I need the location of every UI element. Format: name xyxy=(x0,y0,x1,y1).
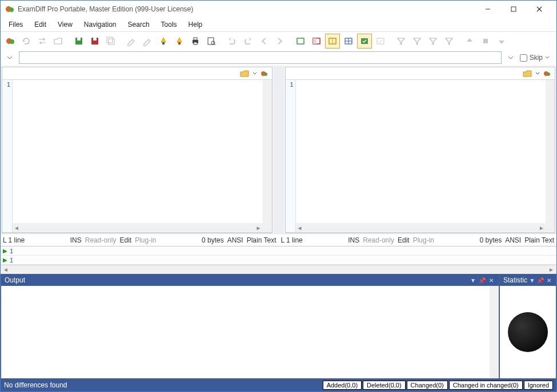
status-bytes: 0 bytes xyxy=(202,236,224,244)
skip-label: Skip xyxy=(530,54,543,62)
view-grid-icon[interactable] xyxy=(341,34,356,49)
up-icon[interactable] xyxy=(462,34,477,49)
status-edit[interactable]: Edit xyxy=(398,236,410,244)
view-sync-icon[interactable] xyxy=(357,34,372,49)
line-number: 1 xyxy=(286,81,294,88)
diff-line[interactable]: ▶1 xyxy=(1,256,556,265)
left-content[interactable]: ◄► xyxy=(13,80,263,232)
close-button[interactable] xyxy=(526,1,552,18)
redo-icon[interactable] xyxy=(241,34,255,49)
down-icon[interactable] xyxy=(494,34,509,49)
right-vscroll[interactable] xyxy=(546,80,555,232)
menu-files[interactable]: Files xyxy=(4,19,27,30)
stop-icon[interactable] xyxy=(478,34,493,49)
left-pane-status: L 1 line INS Read-only Edit Plug-in 0 by… xyxy=(1,235,279,246)
compare-icon[interactable] xyxy=(261,70,269,78)
undo-icon[interactable] xyxy=(225,34,239,49)
minimize-button[interactable] xyxy=(475,1,500,18)
pin-icon[interactable]: 📌 xyxy=(478,276,486,284)
badge-ignored[interactable]: Ignored xyxy=(524,381,553,390)
filter3-icon[interactable] xyxy=(426,34,440,49)
status-line: L 1 line xyxy=(3,236,25,244)
window-title: ExamDiff Pro Portable, Master Edition (9… xyxy=(18,5,475,13)
menu-edit[interactable]: Edit xyxy=(30,19,51,30)
badge-changed-in-changed[interactable]: Changed in changed(0) xyxy=(449,381,523,390)
compare-icon[interactable] xyxy=(3,34,18,49)
preview-icon[interactable] xyxy=(204,34,219,49)
menu-search[interactable]: Search xyxy=(123,19,154,30)
save-all-icon[interactable] xyxy=(103,34,118,49)
save-right-icon[interactable] xyxy=(87,34,102,49)
view-single-icon[interactable] xyxy=(293,34,308,49)
right-content[interactable]: ◄► xyxy=(296,80,546,232)
maximize-button[interactable] xyxy=(500,1,526,18)
refresh-icon[interactable] xyxy=(19,34,34,49)
address-input[interactable] xyxy=(19,51,502,64)
edit-left-icon[interactable] xyxy=(124,34,139,49)
panel-close-icon[interactable]: ✕ xyxy=(487,276,495,284)
horizontal-scrollbar[interactable]: ◄► xyxy=(1,265,556,274)
diff-line[interactable]: ▶1 xyxy=(1,246,556,256)
chevron-down-icon[interactable] xyxy=(253,71,257,76)
left-pane-header xyxy=(2,67,272,80)
print-icon[interactable] xyxy=(188,34,203,49)
pin-icon[interactable]: 📌 xyxy=(537,276,544,284)
svg-rect-17 xyxy=(194,38,197,40)
filter1-icon[interactable] xyxy=(394,34,408,49)
left-gutter: 1 xyxy=(2,80,13,232)
skip-checkbox[interactable]: Skip xyxy=(520,54,553,62)
badge-changed[interactable]: Changed(0) xyxy=(407,381,448,390)
open-folder-icon[interactable] xyxy=(523,70,532,78)
menu-tools[interactable]: Tools xyxy=(157,19,182,30)
view-split-icon[interactable] xyxy=(325,34,340,49)
edit-right-icon[interactable] xyxy=(140,34,155,49)
right-pane-body: 1 ◄► xyxy=(286,80,555,233)
left-vscroll[interactable] xyxy=(263,80,272,232)
prev-diff-icon[interactable] xyxy=(257,34,271,49)
badge-deleted[interactable]: Deleted(0,0) xyxy=(363,381,406,390)
save-left-icon[interactable] xyxy=(71,34,86,49)
open-folder-icon[interactable] xyxy=(240,70,249,78)
svg-rect-11 xyxy=(93,38,97,41)
svg-line-21 xyxy=(214,44,215,45)
right-pane-status: L 1 line INS Read-only Edit Plug-in 0 by… xyxy=(279,235,557,246)
address-history-icon[interactable] xyxy=(505,52,516,63)
compare-panes: 1 ◄► 1 ◄► xyxy=(1,66,556,235)
skip-check-input[interactable] xyxy=(520,54,527,62)
svg-rect-3 xyxy=(511,7,516,11)
menu-help[interactable]: Help xyxy=(184,19,207,30)
status-edit[interactable]: Edit xyxy=(119,236,131,244)
status-line: L 1 line xyxy=(281,236,303,244)
next-diff-icon[interactable] xyxy=(273,34,287,49)
app-icon xyxy=(5,5,14,14)
panel-menu-icon[interactable]: ▼ xyxy=(528,276,536,284)
view-left-icon[interactable] xyxy=(309,34,324,49)
panel-menu-icon[interactable]: ▼ xyxy=(469,276,477,284)
diff-line-num: 1 xyxy=(10,257,13,264)
badge-added[interactable]: Added(0,0) xyxy=(323,381,362,390)
right-pane-header xyxy=(286,67,555,80)
output-vscroll[interactable] xyxy=(490,286,499,378)
svg-point-7 xyxy=(10,39,14,44)
svg-rect-22 xyxy=(297,38,304,44)
check-icon[interactable] xyxy=(373,34,388,49)
compare-icon[interactable] xyxy=(543,70,551,78)
right-hscroll[interactable]: ◄► xyxy=(296,223,546,232)
left-hscroll[interactable]: ◄► xyxy=(13,223,263,232)
filter2-icon[interactable] xyxy=(410,34,424,49)
menu-navigation[interactable]: Navigation xyxy=(79,19,121,30)
status-type: Plain Text xyxy=(524,236,554,244)
output-body[interactable] xyxy=(1,286,499,378)
filter4-icon[interactable] xyxy=(442,34,456,49)
highlight-right-icon[interactable] xyxy=(172,34,187,49)
status-ins: INS xyxy=(70,236,82,244)
chevron-down-icon[interactable] xyxy=(535,71,540,76)
highlight-left-icon[interactable] xyxy=(156,34,171,49)
panel-close-icon[interactable]: ✕ xyxy=(545,276,552,284)
address-dropdown-icon[interactable] xyxy=(4,52,15,63)
diff-line-num: 1 xyxy=(10,248,13,254)
splitter[interactable] xyxy=(274,66,284,235)
recompare-icon[interactable] xyxy=(35,34,50,49)
menu-view[interactable]: View xyxy=(53,19,77,30)
open-icon[interactable] xyxy=(51,34,66,49)
